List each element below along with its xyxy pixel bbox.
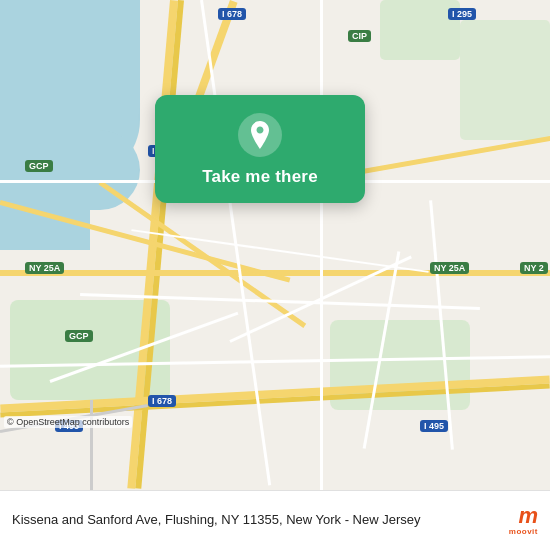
popup-card: Take me there bbox=[155, 95, 365, 203]
take-me-there-button[interactable]: Take me there bbox=[202, 167, 318, 187]
road-label-ny25a-left: NY 25A bbox=[25, 262, 64, 274]
road-label-i678-bot: I 678 bbox=[148, 395, 176, 407]
location-pin-icon bbox=[238, 113, 282, 157]
road-label-i495-right: I 495 bbox=[420, 420, 448, 432]
road-label-ny25a-right: NY 25A bbox=[430, 262, 469, 274]
road-label-gcp-left: GCP bbox=[25, 160, 53, 172]
bottom-bar: Kissena and Sanford Ave, Flushing, NY 11… bbox=[0, 490, 550, 550]
map-container: I 678 I 678 I 678 I 295 I 495 I 495 NY 2… bbox=[0, 0, 550, 490]
road-label-i678-top: I 678 bbox=[218, 8, 246, 20]
road-label-cip: CIP bbox=[348, 30, 371, 42]
moovit-letter: m bbox=[518, 505, 538, 527]
road-label-i295: I 295 bbox=[448, 8, 476, 20]
address-text: Kissena and Sanford Ave, Flushing, NY 11… bbox=[12, 511, 501, 529]
osm-attribution: © OpenStreetMap contributors bbox=[4, 416, 132, 428]
moovit-wordmark: moovit bbox=[509, 527, 538, 536]
road-label-ny2: NY 2 bbox=[520, 262, 548, 274]
road-label-gcp-bot: GCP bbox=[65, 330, 93, 342]
moovit-logo: m moovit bbox=[509, 505, 538, 536]
